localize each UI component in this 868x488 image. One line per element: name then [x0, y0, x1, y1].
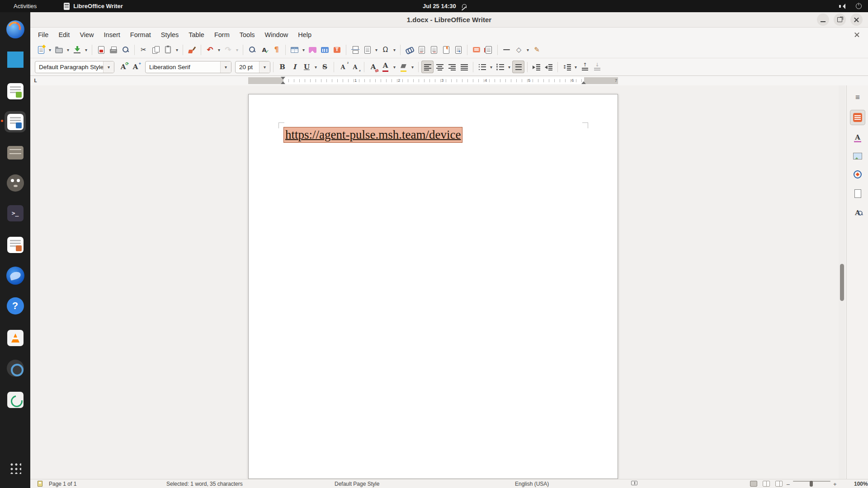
underline-button[interactable]: U — [301, 61, 313, 73]
insert-table-dropdown[interactable] — [301, 43, 307, 56]
spelling-button[interactable]: A✓ — [258, 43, 270, 56]
export-pdf-button[interactable] — [95, 43, 107, 56]
strikethrough-button[interactable]: S — [319, 61, 331, 73]
increase-indent-button[interactable] — [530, 61, 542, 73]
no-list-button[interactable] — [512, 61, 524, 73]
paste-button[interactable] — [162, 43, 174, 56]
formatting-marks-button[interactable]: ¶ — [270, 43, 283, 56]
insert-table-button[interactable] — [288, 43, 301, 56]
scrollbar-thumb[interactable] — [840, 264, 844, 301]
unsaved-changes-icon[interactable] — [38, 481, 42, 487]
close-document-icon[interactable] — [853, 31, 861, 39]
underline-dropdown[interactable] — [313, 61, 319, 73]
tab-stop-selector[interactable]: L — [34, 78, 37, 84]
horizontal-ruler[interactable]: L 1 2 3 4 5 6 7 — [30, 76, 868, 85]
paste-dropdown[interactable] — [174, 43, 180, 56]
menu-format[interactable]: Format — [125, 29, 156, 40]
zoom-slider-thumb[interactable] — [810, 481, 813, 487]
clock-menu[interactable]: Jul 25 14:30 — [423, 3, 467, 9]
insert-endnote-button[interactable] — [428, 43, 440, 56]
insert-bookmark-button[interactable] — [440, 43, 452, 56]
insert-field-dropdown[interactable] — [373, 43, 379, 56]
zoom-level-label[interactable]: 100% — [854, 481, 868, 487]
menu-table[interactable]: Table — [184, 29, 209, 40]
dock-item-libreoffice-impress[interactable] — [5, 234, 26, 255]
track-changes-button[interactable] — [482, 43, 495, 56]
save-button[interactable] — [71, 43, 83, 56]
page-style-status[interactable]: Default Page Style — [335, 481, 379, 487]
minimize-button[interactable] — [817, 14, 829, 26]
menu-edit[interactable]: Edit — [53, 29, 75, 40]
unordered-list-button[interactable] — [476, 61, 488, 73]
insert-special-character-button[interactable]: Ω — [379, 43, 392, 56]
show-applications-grid-icon[interactable] — [9, 462, 21, 474]
dock-item-settings[interactable] — [5, 357, 26, 379]
multi-page-view-button[interactable] — [763, 481, 770, 487]
update-style-button[interactable]: A⟳ — [117, 61, 129, 73]
single-page-view-button[interactable] — [750, 481, 757, 487]
cut-button[interactable]: ✂ — [137, 43, 150, 56]
insert-page-break-button[interactable] — [349, 43, 361, 56]
activities-button[interactable]: Activities — [10, 2, 40, 10]
superscript-button[interactable]: A² — [337, 61, 349, 73]
font-color-dropdown[interactable] — [392, 61, 397, 73]
dock-item-files[interactable] — [5, 142, 26, 163]
line-spacing-dropdown[interactable] — [573, 61, 579, 73]
insert-cross-reference-button[interactable] — [452, 43, 464, 56]
menu-view[interactable]: View — [75, 29, 99, 40]
sidebar-style-inspector-button[interactable]: A — [850, 205, 865, 221]
redo-dropdown[interactable] — [234, 43, 240, 56]
insert-chart-button[interactable] — [319, 43, 331, 56]
menu-file[interactable]: File — [33, 29, 53, 40]
font-size-combo[interactable]: 20 pt — [235, 61, 270, 73]
sidebar-styles-button[interactable]: A — [850, 130, 865, 145]
menu-insert[interactable]: Insert — [99, 29, 125, 40]
find-replace-button[interactable] — [246, 43, 258, 56]
highlight-color-button[interactable] — [397, 61, 410, 73]
align-center-button[interactable] — [434, 61, 446, 73]
volume-icon[interactable] — [839, 4, 846, 9]
align-left-button[interactable] — [421, 61, 434, 73]
bold-button[interactable]: B — [276, 61, 288, 73]
decrease-indent-button[interactable] — [542, 61, 555, 73]
menu-help[interactable]: Help — [293, 29, 316, 40]
paragraph-style-dropdown[interactable] — [103, 61, 114, 73]
dock-item-vscode[interactable] — [5, 49, 26, 70]
align-right-button[interactable] — [446, 61, 458, 73]
open-file-dropdown[interactable] — [65, 43, 71, 56]
draw-functions-button[interactable]: ✎ — [531, 43, 543, 56]
save-dropdown[interactable] — [83, 43, 89, 56]
dock-item-firefox[interactable] — [5, 19, 26, 40]
font-color-button[interactable]: A — [379, 61, 392, 73]
dock-item-libreoffice-writer[interactable] — [5, 111, 26, 132]
paragraph-style-combo[interactable]: Default Paragraph Style — [35, 61, 114, 73]
focused-app-menu[interactable]: LibreOffice Writer — [64, 3, 123, 10]
sidebar-navigator-button[interactable] — [850, 167, 865, 182]
subscript-button[interactable]: A₂ — [349, 61, 361, 73]
vertical-scrollbar[interactable] — [839, 85, 845, 479]
increase-paragraph-spacing-button[interactable]: ↑ — [579, 61, 591, 73]
document-text-line[interactable]: https://agent-pulse.msh.team/device — [283, 128, 462, 142]
right-indent-marker[interactable] — [581, 81, 586, 84]
dock-item-gimp[interactable] — [5, 172, 26, 193]
sidebar-settings-button[interactable]: ≡ — [850, 90, 865, 105]
new-style-button[interactable]: A+ — [129, 61, 142, 73]
selection-status[interactable]: Selected: 1 word, 35 characters — [166, 481, 243, 487]
unordered-list-dropdown[interactable] — [488, 61, 494, 73]
insert-hyperlink-button[interactable] — [403, 43, 415, 56]
new-document-dropdown[interactable] — [47, 43, 53, 56]
selected-hyperlink-text[interactable]: https://agent-pulse.msh.team/device — [283, 127, 462, 143]
ordered-list-dropdown[interactable] — [506, 61, 512, 73]
insert-footnote-button[interactable] — [415, 43, 428, 56]
insert-comment-button[interactable] — [470, 43, 482, 56]
dock-item-vlc[interactable] — [5, 327, 26, 348]
insert-mode-indicator[interactable] — [631, 481, 637, 485]
menu-window[interactable]: Window — [260, 29, 293, 40]
ordered-list-button[interactable] — [494, 61, 506, 73]
horizontal-line-button[interactable] — [500, 43, 513, 56]
sidebar-properties-button[interactable] — [850, 110, 865, 125]
print-button[interactable] — [107, 43, 119, 56]
undo-dropdown[interactable] — [216, 43, 222, 56]
open-file-button[interactable] — [53, 43, 65, 56]
new-document-button[interactable] — [35, 43, 47, 56]
